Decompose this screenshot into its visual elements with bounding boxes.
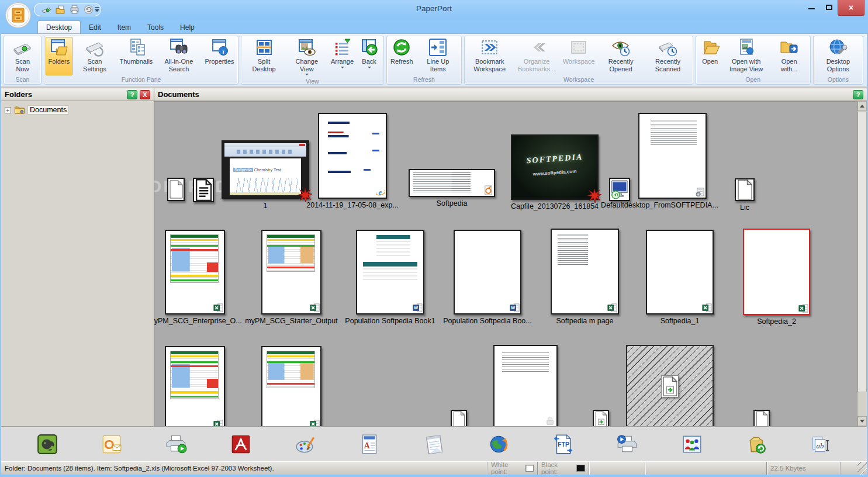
document-thumbnail[interactable] [626,345,714,426]
bookmark-workspace-button[interactable]: Bookmark Workspace [466,37,513,75]
document-thumbnail-1[interactable]: SoftpediaChemistry Test [222,140,309,199]
document-label[interactable]: Softpedia m page [556,317,614,325]
document-label[interactable]: Population Softpedia Boo... [443,317,532,325]
scan-settings-button[interactable]: Scan Settings [72,37,117,75]
document-thumbnail[interactable] [593,410,609,426]
desktop-options-button[interactable]: Desktop Options [815,37,862,75]
customize-quick-access-icon[interactable] [92,5,102,14]
send-to-paint[interactable] [294,433,316,455]
send-to-notepad[interactable] [423,433,445,455]
document-thumbnail-2014-11-19-17-05-08-exp[interactable]: e [318,113,387,199]
all-in-one-search-button[interactable]: All-in-One Search [155,37,202,75]
change-view-button[interactable]: Change View [285,37,328,77]
send-to-recycle-bin[interactable] [745,433,767,455]
split-desktop-button[interactable]: Split Desktop [243,37,285,77]
scroll-up-button[interactable] [857,101,867,111]
scroll-down-button[interactable] [857,416,867,426]
document-thumbnail-softpedia[interactable] [409,169,495,197]
send-to-contacts[interactable] [681,433,703,455]
document-thumbnail-capfile-20130726-161854[interactable]: SOFTPEDIAwww.softpedia.com [511,134,599,200]
document-thumbnail-shortcut[interactable] [609,178,630,201]
refresh-icon [392,38,411,57]
open-with-image-view-button[interactable]: Open with Image View [723,37,770,75]
ribbon: Scan NowScanFoldersScan SettingsThumbnai… [1,33,867,86]
thumbnails-button[interactable]: Thumbnails [117,37,155,75]
send-to-printer[interactable] [165,433,188,455]
folders-close-button[interactable]: X [140,90,150,99]
ribbon-button-label: Open with... [773,58,806,72]
ribbon-button-label: Workspace [563,58,595,65]
document-thumbnail-softpedia-m-page[interactable] [551,229,619,314]
line-up-items-button[interactable]: Line Up Items [416,37,460,75]
close-button[interactable]: × [838,0,864,16]
document-thumbnail[interactable] [753,410,770,426]
mini-ribbon [224,147,306,157]
document-label[interactable]: Capfile_20130726_161854 [511,202,599,210]
document-thumbnail[interactable] [261,346,321,426]
recently-opened-button[interactable]: Recently Opened [597,37,644,75]
properties-button[interactable]: iProperties [202,37,237,75]
document-thumbnail-population-softpedia-boo[interactable]: W [454,230,521,314]
tab-tools[interactable]: Tools [139,21,172,33]
document-thumbnail-population-softpedia-book1[interactable]: W [356,230,424,314]
minimize-button[interactable] [803,0,820,13]
document-label[interactable]: Softpedia [437,199,468,208]
tab-edit[interactable]: Edit [81,21,109,33]
app-menu-button[interactable] [5,2,32,29]
tree-expand-icon[interactable] [5,107,11,113]
document-label[interactable]: myPM_SCG_Starter_Output [245,317,337,325]
send-to-acrobat[interactable] [230,433,252,455]
maximize-button[interactable] [820,0,838,13]
ribbon-group-scan: Scan NowScan [4,36,42,85]
folders-help-button[interactable]: ? [127,90,137,99]
tab-item[interactable]: Item [109,21,139,33]
tab-desktop[interactable]: Desktop [37,20,81,33]
document-thumbnail[interactable] [165,346,225,426]
send-to-ftp[interactable]: FTP [552,433,574,455]
folders-button[interactable]: Folders [46,37,72,75]
send-to-image-printer[interactable] [616,433,638,455]
document-label[interactable]: Defaultdesktop_FromSOFTPEDIA... [601,201,718,209]
documents-canvas[interactable]: SOFTPEDIA SoftpediaChemistry Test1e2014-… [154,101,857,426]
send-to-evernote[interactable] [36,433,58,455]
document-thumbnail[interactable] [451,410,467,426]
document-thumbnail[interactable] [493,345,558,426]
document-label[interactable]: Softpedia_1 [660,317,700,325]
document-label[interactable]: 2014-11-19_17-05-08_exp... [306,201,399,209]
document-label[interactable]: 1 [264,202,268,210]
send-to-outlook[interactable]: O [101,433,123,455]
document-label[interactable]: Population Softpedia Book1 [345,317,435,325]
document-label[interactable]: myPM_SCG_Enterprise_O... [154,317,242,325]
document-label[interactable]: Lic [740,203,749,212]
qat-folder-icon[interactable] [56,5,65,15]
tree-item-documents[interactable]: Documents [27,105,69,115]
ribbon-button-label: All-in-One Search [158,58,199,72]
document-thumbnail-softpedia-2[interactable] [743,229,810,315]
refresh-button[interactable]: Refresh [388,37,416,75]
document-thumbnail-softpedia-1[interactable] [646,230,714,314]
document-label[interactable]: Softpedia_2 [757,317,796,326]
back-button[interactable]: Back [357,37,382,77]
document-thumbnail-lic[interactable] [735,178,755,201]
ribbon-button-label: Open [702,58,718,65]
document-thumbnail-mypm-scg-starter-output[interactable] [261,230,321,314]
send-to-wordpad[interactable]: A [358,433,381,455]
qat-scan-icon[interactable] [42,5,51,15]
documents-help-button[interactable]: ? [853,90,863,99]
send-to-browser[interactable] [487,433,510,455]
document-thumbnail-defaultdesktop-fromsoftpedia[interactable] [638,113,707,199]
open-with-button[interactable]: Open with... [770,37,809,75]
document-thumbnail[interactable] [167,178,185,201]
qat-print-icon[interactable] [70,5,79,15]
document-thumbnail-mypm-scg-enterprise-o[interactable] [165,230,225,314]
scan-now-button[interactable]: Scan Now [5,37,40,75]
scrollbar-thumb[interactable] [857,112,867,392]
vertical-scrollbar[interactable] [857,101,867,426]
open-button[interactable]: Open [697,37,723,75]
document-thumbnail[interactable] [193,178,214,202]
send-to-rename[interactable]: ab [810,433,832,455]
tab-help[interactable]: Help [172,21,203,33]
recently-scanned-button[interactable]: Recently Scanned [644,37,691,75]
arrange-button[interactable]: Arrange [328,37,356,77]
resize-grip[interactable] [857,462,867,475]
